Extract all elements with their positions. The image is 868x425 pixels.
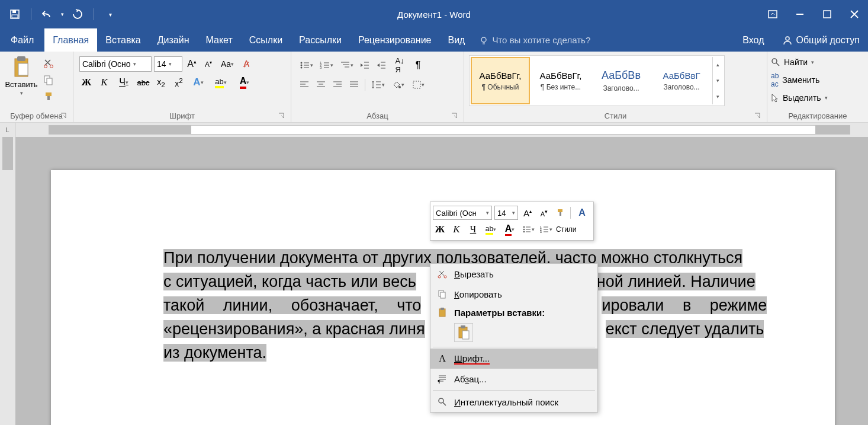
search-icon [436, 397, 448, 407]
qat-customize-button[interactable]: ▾ [100, 4, 120, 24]
minimize-button[interactable] [786, 0, 814, 28]
ribbon-display-button[interactable] [759, 0, 786, 28]
mini-styles-button[interactable]: A [573, 207, 591, 218]
context-paragraph[interactable]: ¶ Абзац... [430, 369, 597, 389]
close-button[interactable] [841, 0, 868, 28]
tab-file[interactable]: Файл [0, 28, 44, 52]
svg-point-71 [438, 276, 441, 278]
group-clipboard: Вставить ▾ Буфер обмена [0, 52, 73, 122]
maximize-button[interactable] [814, 0, 841, 28]
font-size-combo[interactable]: 14▾ [154, 56, 182, 72]
change-case-button[interactable]: Aa▾ [218, 59, 237, 69]
clear-formatting-button[interactable]: A̷ [239, 57, 253, 71]
tab-design[interactable]: Дизайн [149, 28, 198, 52]
style-no-spacing[interactable]: АаБбВвГг, ¶ Без инте... [531, 57, 590, 104]
clipboard-launcher[interactable] [60, 112, 68, 120]
styles-gallery: АаБбВвГг, ¶ Обычный АаБбВвГг, ¶ Без инте… [469, 55, 725, 106]
share-button[interactable]: Общий доступ [774, 28, 869, 52]
font-a-icon: A [436, 353, 448, 364]
underline-button[interactable]: Ч▾ [115, 77, 133, 88]
numbering-button[interactable]: 123▾ [317, 60, 335, 70]
find-button[interactable]: Найти▾ [771, 55, 828, 69]
borders-button[interactable]: ▾ [409, 80, 427, 90]
copy-icon [43, 75, 54, 85]
line-spacing-button[interactable]: ▾ [369, 80, 387, 90]
subscript-button[interactable]: x2 [154, 75, 168, 90]
tab-review[interactable]: Рецензирование [350, 28, 440, 52]
save-button[interactable] [5, 4, 25, 24]
font-launcher[interactable] [278, 112, 286, 120]
align-right-button[interactable] [330, 78, 345, 92]
tab-selector[interactable]: L [0, 123, 15, 137]
cut-button[interactable] [41, 56, 56, 71]
shrink-font-button[interactable]: A▾ [201, 57, 216, 71]
undo-button[interactable] [37, 4, 57, 24]
tab-layout[interactable]: Макет [198, 28, 241, 52]
tab-references[interactable]: Ссылки [241, 28, 291, 52]
align-center-button[interactable] [314, 78, 328, 92]
italic-button[interactable]: К [97, 75, 111, 90]
mini-bullets[interactable]: ▾ [520, 225, 536, 234]
shading-button[interactable]: ▾ [389, 80, 407, 90]
svg-text:3: 3 [540, 230, 542, 234]
styles-scroll-up[interactable]: ▴ [713, 57, 723, 73]
increase-indent-button[interactable] [374, 58, 388, 72]
paste-button[interactable]: Вставить ▾ [4, 54, 39, 96]
decrease-indent-button[interactable] [358, 58, 372, 72]
login-button[interactable]: Вход [733, 28, 773, 52]
mini-numbering[interactable]: 123▾ [538, 225, 554, 234]
mini-size-combo[interactable]: 14▾ [494, 206, 518, 220]
mini-font-color[interactable]: A▾ [501, 223, 518, 236]
mini-highlight[interactable]: ab▾ [483, 225, 499, 235]
sort-button[interactable]: А↓Я [391, 56, 409, 74]
strike-button[interactable]: abc [136, 75, 150, 90]
copy-button[interactable] [41, 73, 56, 87]
context-cut[interactable]: Вырезать [430, 264, 597, 284]
context-smart-lookup[interactable]: Интеллектуальный поиск [430, 392, 597, 412]
bullets-button[interactable]: ▾ [297, 60, 315, 70]
styles-more: ▴ ▾ ▾ [712, 57, 723, 104]
highlight-button[interactable]: ab▾ [211, 77, 231, 88]
justify-button[interactable] [347, 78, 361, 92]
bold-button[interactable]: Ж [79, 75, 94, 90]
mini-format-painter[interactable] [554, 206, 568, 220]
styles-expand[interactable]: ▾ [713, 88, 723, 104]
show-marks-button[interactable]: ¶ [411, 58, 425, 72]
tab-view[interactable]: Вид [439, 28, 473, 52]
paste-keep-source[interactable] [454, 323, 473, 342]
mini-styles-label[interactable]: Стили [556, 225, 577, 234]
mini-italic[interactable]: К [449, 222, 464, 237]
paragraph-icon: ¶ [436, 374, 448, 384]
format-painter-button[interactable] [41, 90, 56, 104]
font-name-combo[interactable]: Calibri (Осно▾ [79, 56, 152, 72]
tab-home[interactable]: Главная [44, 28, 97, 52]
replace-icon: abac [771, 72, 779, 88]
tab-mailings[interactable]: Рассылки [291, 28, 350, 52]
mini-grow-font[interactable]: A▴ [520, 206, 535, 220]
grow-font-button[interactable]: A▴ [185, 57, 199, 71]
superscript-button[interactable]: x2 [172, 75, 186, 90]
mini-font-combo[interactable]: Calibri (Осн▾ [433, 206, 492, 220]
multilevel-button[interactable]: ▾ [337, 60, 355, 70]
context-copy[interactable]: Копировать [430, 284, 597, 304]
style-normal[interactable]: АаБбВвГг, ¶ Обычный [471, 57, 530, 104]
mini-bold[interactable]: Ж [433, 222, 447, 237]
mini-shrink-font[interactable]: A▾ [537, 206, 551, 220]
font-color-button[interactable]: A▾ [234, 76, 255, 89]
svg-point-72 [444, 276, 446, 278]
tab-insert[interactable]: Вставка [97, 28, 149, 52]
align-left-button[interactable] [297, 78, 311, 92]
bullets-icon [300, 60, 310, 70]
style-heading1[interactable]: АаБбВв Заголово... [591, 57, 651, 104]
paragraph-launcher[interactable] [451, 112, 459, 120]
redo-button[interactable] [67, 4, 88, 24]
style-heading2[interactable]: АаБбВвГ Заголово... [652, 57, 711, 104]
styles-scroll-down[interactable]: ▾ [713, 73, 723, 89]
styles-launcher[interactable] [754, 112, 762, 120]
tell-me-search[interactable]: Что вы хотите сделать? [473, 28, 596, 52]
select-button[interactable]: Выделить▾ [771, 91, 828, 105]
context-font[interactable]: A Шрифт... [430, 349, 597, 369]
replace-button[interactable]: abac Заменить [771, 73, 828, 87]
text-effects-button[interactable]: A▾ [189, 76, 207, 88]
mini-underline[interactable]: Ч [466, 222, 480, 237]
